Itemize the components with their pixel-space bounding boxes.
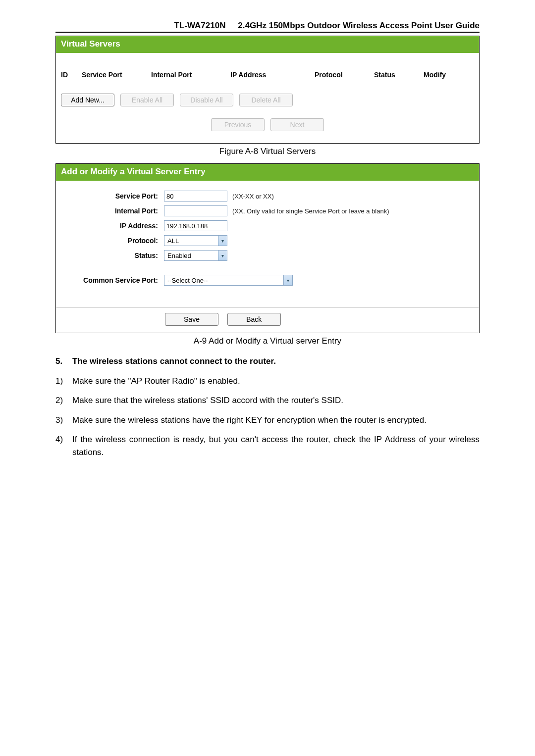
step-1-text: Make sure the "AP Router Radio" is enabl… [72, 375, 480, 388]
step-2-text: Make sure that the wireless stations' SS… [72, 394, 480, 407]
col-status: Status [374, 71, 424, 79]
virtual-servers-panel: ID Service Port Internal Port IP Address… [55, 53, 480, 144]
step-4: 4) If the wireless connection is ready, … [55, 433, 480, 458]
q5-text: The wireless stations cannot connect to … [72, 355, 480, 368]
step-1: 1) Make sure the "AP Router Radio" is en… [55, 375, 480, 388]
form-button-row: Save Back [56, 313, 479, 333]
label-protocol: Protocol: [61, 237, 164, 245]
figure-caption-a8: Figure A-8 Virtual Servers [55, 147, 480, 156]
previous-button[interactable]: Previous [211, 118, 265, 131]
row-ip-address: IP Address: [61, 220, 474, 231]
row-common-service-port: Common Service Port: --Select One-- ▾ [61, 275, 474, 286]
q5-number: 5. [55, 355, 72, 368]
banner-virtual-servers: Virtual Servers [55, 36, 480, 53]
select-protocol-value: ALL [165, 237, 190, 245]
select-status[interactable]: Enabled ▾ [164, 250, 227, 261]
delete-all-button[interactable]: Delete All [239, 94, 293, 106]
add-modify-panel: Service Port: (XX-XX or XX) Internal Por… [55, 181, 480, 333]
step-2: 2) Make sure that the wireless stations'… [55, 394, 480, 407]
select-protocol[interactable]: ALL ▾ [164, 235, 227, 246]
figure-caption-a9: A-9 Add or Modify a Virtual server Entry [55, 336, 480, 346]
label-status: Status: [61, 252, 164, 259]
step-1-number: 1) [55, 375, 72, 388]
question-5: 5. The wireless stations cannot connect … [55, 355, 480, 368]
hint-service-port: (XX-XX or XX) [232, 193, 274, 200]
save-button[interactable]: Save [165, 313, 218, 326]
banner-add-modify: Add or Modify a Virtual Server Entry [55, 163, 480, 181]
input-internal-port[interactable] [164, 205, 227, 216]
col-internal-port: Internal Port [151, 71, 230, 79]
step-3: 3) Make sure the wireless stations have … [55, 414, 480, 427]
troubleshooting-block: 5. The wireless stations cannot connect … [55, 355, 480, 458]
disable-all-button[interactable]: Disable All [180, 94, 233, 106]
chevron-down-icon: ▾ [218, 236, 227, 246]
step-3-number: 3) [55, 414, 72, 427]
device-model: TL-WA7210N [174, 21, 226, 30]
label-ip: IP Address: [61, 222, 164, 230]
virtual-servers-table-header: ID Service Port Internal Port IP Address… [56, 53, 479, 94]
col-service-port: Service Port [82, 71, 151, 79]
pagination-row: Previous Next [56, 118, 479, 143]
select-status-value: Enabled [165, 252, 202, 259]
col-modify: Modify [424, 71, 458, 79]
chevron-down-icon: ▾ [218, 251, 227, 260]
label-internal-port: Internal Port: [61, 207, 164, 215]
action-button-row: Add New... Enable All Disable All Delete… [56, 94, 479, 118]
input-service-port[interactable] [164, 191, 227, 202]
doc-header: TL-WA7210N 2.4GHz 150Mbps Outdoor Wirele… [55, 21, 480, 33]
form-divider [56, 307, 479, 308]
step-4-number: 4) [55, 433, 72, 458]
step-2-number: 2) [55, 394, 72, 407]
col-ip-address: IP Address [230, 71, 315, 79]
input-ip[interactable] [164, 220, 227, 231]
page-root: TL-WA7210N 2.4GHz 150Mbps Outdoor Wirele… [0, 0, 535, 756]
hint-internal-port: (XX, Only valid for single Service Port … [232, 207, 389, 215]
label-csp: Common Service Port: [61, 276, 164, 284]
col-id: ID [61, 71, 82, 79]
next-button[interactable]: Next [270, 118, 324, 131]
row-internal-port: Internal Port: (XX, Only valid for singl… [61, 205, 474, 216]
row-service-port: Service Port: (XX-XX or XX) [61, 191, 474, 202]
add-new-button[interactable]: Add New... [61, 94, 114, 106]
select-common-service-port[interactable]: --Select One-- ▾ [164, 275, 293, 286]
doc-title: 2.4GHz 150Mbps Outdoor Wireless Access P… [238, 21, 480, 30]
chevron-down-icon: ▾ [283, 275, 292, 285]
enable-all-button[interactable]: Enable All [120, 94, 174, 106]
label-service-port: Service Port: [61, 192, 164, 200]
select-csp-value: --Select One-- [165, 277, 219, 284]
step-3-text: Make sure the wireless stations have the… [72, 414, 480, 427]
row-status: Status: Enabled ▾ [61, 250, 474, 261]
row-protocol: Protocol: ALL ▾ [61, 235, 474, 246]
form-area: Service Port: (XX-XX or XX) Internal Por… [56, 181, 479, 300]
back-button[interactable]: Back [227, 313, 281, 326]
step-4-text: If the wireless connection is ready, but… [72, 433, 480, 458]
col-protocol: Protocol [315, 71, 374, 79]
